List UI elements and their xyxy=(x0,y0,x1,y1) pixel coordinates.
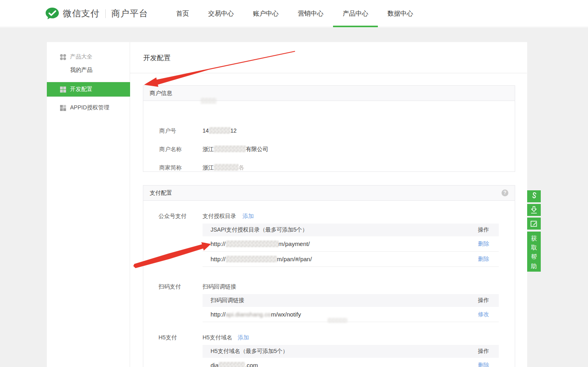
nav-item-account-center[interactable]: 账户中心 xyxy=(243,0,288,27)
active-tab-underline xyxy=(333,26,378,27)
h5-domain-table: H5支付域名（最多可添加5个） 操作 dia.com 删除 xyxy=(203,345,499,367)
section-label: 公众号支付 xyxy=(159,212,187,220)
redacted-blur-text: api.dianshang.co xyxy=(226,311,271,318)
modify-link[interactable]: 修改 xyxy=(478,311,489,318)
value-prefix: 浙江 xyxy=(203,164,214,171)
section-sublabel: H5支付域名 xyxy=(203,333,232,341)
jsapi-auth-dir-table: JSAPI支付授权目录（最多可添加5个） 操作 http://m/payment… xyxy=(203,224,499,267)
sidebar: 产品大全 我的产品 开发配置 APPID授权管理 xyxy=(47,42,130,367)
sidebar-item-label: 产品大全 xyxy=(70,53,92,60)
merchant-name-row: 商户名称 浙江有限公司 xyxy=(143,145,515,153)
redacted-blur xyxy=(214,164,239,171)
nav-item-marketing-center[interactable]: 营销中心 xyxy=(288,0,333,27)
value-prefix: 14 xyxy=(203,127,209,134)
delete-link[interactable]: 删除 xyxy=(478,240,489,248)
redacted-blur xyxy=(209,127,231,134)
nav-item-data-center[interactable]: 数据中心 xyxy=(378,0,423,27)
page-title: 开发配置 xyxy=(143,53,171,63)
field-value: 1412 xyxy=(203,127,237,135)
nav-item-trade-center[interactable]: 交易中心 xyxy=(199,0,243,27)
redacted-blur-patch xyxy=(201,98,217,104)
grid-squares-icon xyxy=(60,105,66,111)
sidebar-item-appid-auth[interactable]: APPID授权管理 xyxy=(47,101,130,115)
table-header-op: 操作 xyxy=(478,348,489,355)
edit-button[interactable] xyxy=(527,218,541,230)
h5-section-header: H5支付 H5支付域名 添加 xyxy=(143,333,515,341)
table-row: dia.com 删除 xyxy=(203,358,499,367)
link-s-curve-icon xyxy=(530,192,538,201)
url-value: dia.com xyxy=(211,362,258,367)
url-prefix: http:// xyxy=(211,311,226,318)
url-suffix: m/pan/#/pan/ xyxy=(277,256,312,262)
nav-item-product-center[interactable]: 产品中心 xyxy=(333,0,378,27)
table-header-row: H5支付域名（最多可添加5个） 操作 xyxy=(203,345,499,358)
download-button[interactable] xyxy=(527,204,541,216)
url-prefix: http:// xyxy=(211,240,226,247)
native-callback-table: 扫码回调链接 操作 http://api.dianshang.com/wx/no… xyxy=(203,294,499,322)
url-value: http://m/payment/ xyxy=(211,240,310,247)
sidebar-item-label: APPID授权管理 xyxy=(70,104,109,111)
add-link[interactable]: 添加 xyxy=(243,212,254,220)
table-header-op: 操作 xyxy=(478,297,489,304)
table-header-op: 操作 xyxy=(478,226,489,234)
table-row: http://m/payment/ 删除 xyxy=(203,236,499,252)
url-value: http://m/pan/#/pan/ xyxy=(211,256,312,262)
url-prefix: dia xyxy=(211,362,219,367)
wechat-pay-logo-icon xyxy=(45,7,60,20)
sidebar-item-product-catalog[interactable]: 产品大全 xyxy=(47,50,130,64)
download-icon xyxy=(530,206,538,214)
merchant-info-card: 商户信息 商户号 1412 商户名称 浙江有限公司 商家简称 xyxy=(143,85,515,172)
payment-config-card: 支付配置 ? 公众号支付 支付授权目录 添加 JSAPI支付授权目录（最多可添加… xyxy=(143,185,515,367)
redacted-blur-patch xyxy=(327,318,347,323)
brand-name: 微信支付 xyxy=(63,8,100,20)
main-nav: 首页 交易中心 账户中心 营销中心 产品中心 数据中心 xyxy=(167,0,423,27)
table-header-title: JSAPI支付授权目录（最多可添加5个） xyxy=(211,226,308,234)
jsapi-section-header: 公众号支付 支付授权目录 添加 xyxy=(143,212,515,220)
table-header-title: H5支付域名（最多可添加5个） xyxy=(211,348,288,355)
top-header: 微信支付 商户平台 首页 交易中心 账户中心 营销中心 产品中心 数据中心 xyxy=(0,0,588,27)
redacted-blur xyxy=(226,256,277,262)
card-header: 支付配置 ? xyxy=(143,186,515,201)
grid-squares-icon xyxy=(60,87,66,93)
value-suffix: 各 xyxy=(239,164,244,171)
table-row: http://api.dianshang.com/wx/notify 修改 xyxy=(203,307,499,322)
add-link[interactable]: 添加 xyxy=(238,333,249,341)
title-divider xyxy=(130,73,527,73)
url-suffix: m/payment/ xyxy=(279,240,310,247)
card-header: 商户信息 xyxy=(143,86,515,101)
delete-link[interactable]: 删除 xyxy=(478,256,489,263)
main-content: 开发配置 商户信息 商户号 1412 商户名称 浙江有限公司 xyxy=(130,42,527,367)
get-help-button[interactable]: 获取帮助 xyxy=(527,232,541,272)
brand-logo[interactable]: 微信支付 商户平台 xyxy=(45,0,148,27)
content-panel: 产品大全 我的产品 开发配置 APPID授权管理 开发配置 商户信息 xyxy=(47,42,527,367)
merchant-shortname-row: 商家简称 浙江各 xyxy=(143,163,515,171)
link-s-curve-button[interactable] xyxy=(527,190,541,202)
card-title: 支付配置 xyxy=(150,190,172,196)
field-label: 商户号 xyxy=(159,127,176,135)
table-header-row: JSAPI支付授权目录（最多可添加5个） 操作 xyxy=(203,224,499,236)
redacted-blur xyxy=(219,362,245,367)
value-suffix: 有限公司 xyxy=(246,146,268,152)
field-value: 浙江各 xyxy=(203,163,244,171)
page-background: 产品大全 我的产品 开发配置 APPID授权管理 开发配置 商户信息 xyxy=(0,28,588,367)
field-label: 商家简称 xyxy=(159,163,182,171)
merchant-id-row: 商户号 1412 xyxy=(143,127,515,135)
nav-item-label: 产品中心 xyxy=(343,10,368,17)
nav-item-home[interactable]: 首页 xyxy=(167,0,199,27)
section-label: H5支付 xyxy=(159,333,177,341)
field-value: 浙江有限公司 xyxy=(203,145,268,153)
redacted-blur xyxy=(226,240,279,247)
sidebar-divider xyxy=(47,97,130,97)
table-row: http://m/pan/#/pan/ 删除 xyxy=(203,252,499,267)
sidebar-item-my-products[interactable]: 我的产品 xyxy=(47,63,130,77)
table-header-row: 扫码回调链接 操作 xyxy=(203,294,499,307)
question-mark-icon[interactable]: ? xyxy=(502,190,508,196)
sidebar-item-dev-config[interactable]: 开发配置 xyxy=(47,82,130,97)
value-suffix: 12 xyxy=(231,127,237,134)
platform-name: 商户平台 xyxy=(111,8,148,20)
redacted-blur xyxy=(214,145,246,152)
delete-link[interactable]: 删除 xyxy=(478,362,489,367)
table-header-title: 扫码回调链接 xyxy=(211,297,244,304)
section-sublabel: 扫码回调链接 xyxy=(203,282,236,290)
value-prefix: 浙江 xyxy=(203,146,214,152)
